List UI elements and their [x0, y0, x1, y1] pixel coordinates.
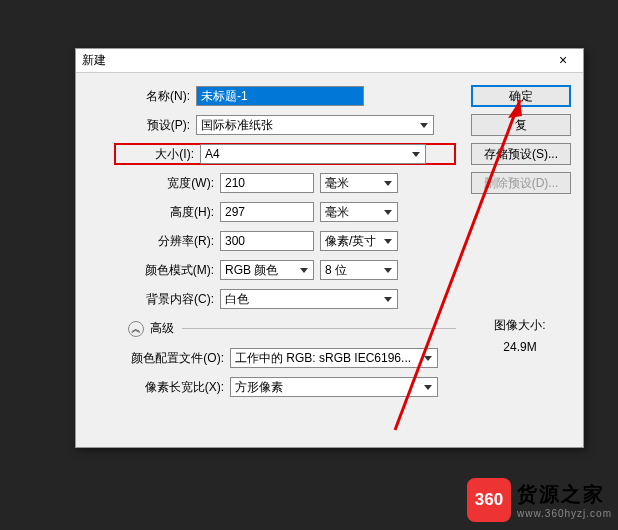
size-row-highlight: 大小(I): A4	[114, 143, 456, 165]
width-row: 宽度(W): 毫米	[86, 172, 456, 194]
new-document-dialog: 新建 × 名称(N): 预设(P): 国际标准纸张 大小(I): A4 宽度(W…	[75, 48, 584, 448]
bgcontent-value: 白色	[225, 291, 249, 308]
colormode-label: 颜色模式(M):	[86, 262, 220, 279]
aspect-value: 方形像素	[235, 379, 283, 396]
colormode-select[interactable]: RGB 颜色	[220, 260, 314, 280]
divider	[182, 328, 456, 329]
watermark-title: 货源之家	[517, 481, 612, 508]
image-size-value: 24.9M	[475, 340, 565, 354]
watermark-url: www.360hyzj.com	[517, 508, 612, 519]
image-size-label: 图像大小:	[475, 317, 565, 334]
resolution-row: 分辨率(R): 像素/英寸	[86, 230, 456, 252]
preset-row: 预设(P): 国际标准纸张	[86, 114, 456, 136]
dialog-content: 名称(N): 预设(P): 国际标准纸张 大小(I): A4 宽度(W): 毫米…	[76, 73, 583, 417]
height-label: 高度(H):	[86, 204, 220, 221]
watermark: 360 货源之家 www.360hyzj.com	[467, 478, 612, 522]
advanced-header[interactable]: ︽ 高级	[128, 320, 456, 337]
name-row: 名称(N):	[86, 85, 456, 107]
colordepth-value: 8 位	[325, 262, 347, 279]
watermark-text: 货源之家 www.360hyzj.com	[517, 481, 612, 519]
button-column: 确定 复 存储预设(S)... 删除预设(D)...	[471, 85, 571, 201]
size-label: 大小(I):	[122, 146, 200, 163]
size-value: A4	[205, 147, 220, 161]
width-label: 宽度(W):	[86, 175, 220, 192]
titlebar: 新建 ×	[76, 49, 583, 73]
aspect-label: 像素长宽比(X):	[86, 379, 230, 396]
colormode-value: RGB 颜色	[225, 262, 278, 279]
height-input[interactable]	[220, 202, 314, 222]
aspect-row: 像素长宽比(X): 方形像素	[86, 376, 456, 398]
resolution-label: 分辨率(R):	[86, 233, 220, 250]
profile-value: 工作中的 RGB: sRGB IEC6196...	[235, 350, 411, 367]
cancel-button[interactable]: 复	[471, 114, 571, 136]
resolution-unit: 像素/英寸	[325, 233, 376, 250]
width-input[interactable]	[220, 173, 314, 193]
height-unit: 毫米	[325, 204, 349, 221]
dialog-title: 新建	[82, 52, 549, 69]
width-unit-select[interactable]: 毫米	[320, 173, 398, 193]
colormode-row: 颜色模式(M): RGB 颜色 8 位	[86, 259, 456, 281]
preset-select[interactable]: 国际标准纸张	[196, 115, 434, 135]
size-select[interactable]: A4	[200, 144, 426, 164]
profile-label: 颜色配置文件(O):	[86, 350, 230, 367]
watermark-badge: 360	[467, 478, 511, 522]
chevron-up-icon: ︽	[128, 321, 144, 337]
aspect-select[interactable]: 方形像素	[230, 377, 438, 397]
colordepth-select[interactable]: 8 位	[320, 260, 398, 280]
height-unit-select[interactable]: 毫米	[320, 202, 398, 222]
ok-button[interactable]: 确定	[471, 85, 571, 107]
bgcontent-row: 背景内容(C): 白色	[86, 288, 456, 310]
delete-preset-button[interactable]: 删除预设(D)...	[471, 172, 571, 194]
profile-select[interactable]: 工作中的 RGB: sRGB IEC6196...	[230, 348, 438, 368]
preset-label: 预设(P):	[86, 117, 196, 134]
preset-value: 国际标准纸张	[201, 117, 273, 134]
name-input[interactable]	[196, 86, 364, 106]
height-row: 高度(H): 毫米	[86, 201, 456, 223]
advanced-label: 高级	[150, 320, 174, 337]
name-label: 名称(N):	[86, 88, 196, 105]
resolution-input[interactable]	[220, 231, 314, 251]
bgcontent-label: 背景内容(C):	[86, 291, 220, 308]
image-size-info: 图像大小: 24.9M	[475, 317, 565, 360]
resolution-unit-select[interactable]: 像素/英寸	[320, 231, 398, 251]
save-preset-button[interactable]: 存储预设(S)...	[471, 143, 571, 165]
width-unit: 毫米	[325, 175, 349, 192]
bgcontent-select[interactable]: 白色	[220, 289, 398, 309]
close-icon[interactable]: ×	[549, 52, 577, 70]
profile-row: 颜色配置文件(O): 工作中的 RGB: sRGB IEC6196...	[86, 347, 456, 369]
